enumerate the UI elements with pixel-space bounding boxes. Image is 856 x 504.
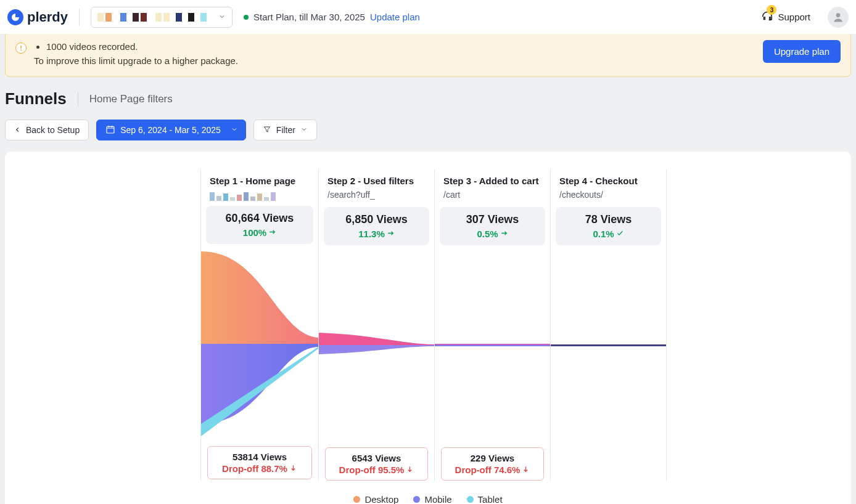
drop-off-box: 6543 Views Drop-off 95.5% xyxy=(325,447,428,481)
legend-dot-icon xyxy=(413,496,420,503)
step-views: 78 Views xyxy=(559,213,657,226)
arrow-down-icon xyxy=(289,463,297,474)
step-sub: /checkouts/ xyxy=(559,190,657,202)
legend-dot-icon xyxy=(467,496,474,503)
banner-list-item: 1000 videos recorded. xyxy=(46,40,238,54)
arrow-down-icon xyxy=(522,465,530,475)
update-plan-link[interactable]: Update plan xyxy=(370,12,420,22)
funnel-step-3: Step 3 - Added to cart /cart 307 Views 0… xyxy=(434,169,551,481)
chevron-down-icon xyxy=(218,12,226,22)
svg-rect-3 xyxy=(435,345,550,346)
chevron-down-icon xyxy=(231,125,238,135)
step-metric-box: 6,850 Views 11.3% xyxy=(324,207,429,245)
drop-off-box: 53814 Views Drop-off 88.7% xyxy=(207,446,312,479)
banner-line-2: To improve this limit upgrade to a highe… xyxy=(34,54,238,68)
status-dot-icon xyxy=(244,15,249,20)
banner-content: 1000 videos recorded. To improve this li… xyxy=(34,40,238,68)
svg-rect-4 xyxy=(551,344,666,346)
step-percent: 11.3% xyxy=(327,229,426,239)
brand-logo[interactable]: plerdy xyxy=(7,9,68,25)
plan-area: Start Plan, till Mar 30, 2025 Update pla… xyxy=(244,12,420,22)
funnel-steps-row: Step 1 - Home page 60,664 Views 100% xyxy=(201,169,834,481)
svg-point-0 xyxy=(836,13,841,17)
toolbar: Back to Setup Sep 6, 2024 - Mar 5, 2025 … xyxy=(0,120,856,152)
drop-percent: Drop-off 95.5% xyxy=(328,465,425,475)
back-label: Back to Setup xyxy=(26,125,80,135)
arrow-right-icon xyxy=(387,229,395,239)
step-sub: /search?uff_ xyxy=(327,190,426,202)
support-label: Support xyxy=(778,12,810,22)
svg-rect-1 xyxy=(107,126,114,133)
date-range-button[interactable]: Sep 6, 2024 - Mar 5, 2025 xyxy=(96,120,246,140)
step-sub-blur xyxy=(210,190,310,201)
drop-views: 6543 Views xyxy=(328,453,425,463)
step-views: 60,664 Views xyxy=(210,212,310,225)
page-subtitle: Home Page filters xyxy=(89,93,173,105)
arrow-right-icon xyxy=(268,227,276,238)
page-title: Funnels xyxy=(5,89,67,108)
step-percent: 100% xyxy=(210,227,310,238)
step-title: Step 2 - Used filters xyxy=(327,175,426,187)
svg-rect-2 xyxy=(435,344,550,345)
upgrade-banner: ! 1000 videos recorded. To improve this … xyxy=(5,34,851,77)
step-metric-box: 78 Views 0.1% xyxy=(556,207,661,245)
drop-off-empty xyxy=(557,447,660,479)
funnel-card: Step 1 - Home page 60,664 Views 100% xyxy=(5,152,851,504)
warning-icon: ! xyxy=(15,43,27,54)
back-to-setup-button[interactable]: Back to Setup xyxy=(5,120,89,140)
funnel-step-4: Step 4 - Checkout /checkouts/ 78 Views 0… xyxy=(550,169,667,481)
logo-icon xyxy=(7,9,23,25)
step-views: 307 Views xyxy=(443,213,541,226)
site-favicon-swatches xyxy=(97,13,207,22)
drop-views: 229 Views xyxy=(444,453,541,463)
drop-percent: Drop-off 74.6% xyxy=(444,465,541,475)
legend-mobile[interactable]: Mobile xyxy=(413,494,451,504)
flow-chart xyxy=(319,253,434,437)
filter-icon xyxy=(263,125,271,136)
user-avatar[interactable] xyxy=(828,7,849,28)
support-link[interactable]: 3 Support xyxy=(760,9,810,25)
step-title: Step 4 - Checkout xyxy=(559,175,657,187)
step-percent: 0.5% xyxy=(443,229,541,239)
chevron-down-icon xyxy=(300,125,308,135)
chevron-left-icon xyxy=(14,125,21,135)
step-metric-box: 307 Views 0.5% xyxy=(440,207,545,245)
plan-status-text: Start Plan, till Mar 30, 2025 xyxy=(253,12,365,22)
step-title: Step 3 - Added to cart xyxy=(443,175,541,187)
legend-dot-icon xyxy=(353,496,360,503)
step-metric-box: 60,664 Views 100% xyxy=(206,206,313,244)
headset-icon: 3 xyxy=(760,9,774,25)
site-selector[interactable] xyxy=(91,7,233,28)
flow-chart xyxy=(551,253,666,437)
funnel-step-2: Step 2 - Used filters /search?uff_ 6,850… xyxy=(318,169,435,481)
drop-views: 53814 Views xyxy=(210,452,309,462)
legend-desktop[interactable]: Desktop xyxy=(353,494,398,504)
topbar: plerdy Start Plan, till Mar 30, 2025 Upd… xyxy=(0,0,856,34)
flow-chart xyxy=(435,253,550,437)
brand-name: plerdy xyxy=(27,9,68,25)
arrow-right-icon xyxy=(500,229,508,239)
divider xyxy=(79,9,80,26)
upgrade-plan-button[interactable]: Upgrade plan xyxy=(763,40,841,63)
check-icon xyxy=(616,229,624,239)
step-views: 6,850 Views xyxy=(327,213,426,226)
step-title: Step 1 - Home page xyxy=(210,175,310,187)
step-sub: /cart xyxy=(443,190,541,202)
drop-percent: Drop-off 88.7% xyxy=(210,463,309,474)
calendar-icon xyxy=(105,124,115,136)
page-heading: Funnels Home Page filters xyxy=(0,77,856,120)
drop-off-box: 229 Views Drop-off 74.6% xyxy=(441,447,544,481)
support-badge: 3 xyxy=(767,5,776,15)
step-percent: 0.1% xyxy=(559,229,657,239)
chart-legend: Desktop Mobile Tablet xyxy=(22,481,834,504)
legend-tablet[interactable]: Tablet xyxy=(467,494,503,504)
arrow-down-icon xyxy=(406,465,414,475)
flow-chart xyxy=(201,251,318,436)
date-range-label: Sep 6, 2024 - Mar 5, 2025 xyxy=(120,125,221,135)
divider xyxy=(78,92,78,107)
filter-button[interactable]: Filter xyxy=(253,120,317,140)
funnel-step-1: Step 1 - Home page 60,664 Views 100% xyxy=(200,169,319,481)
filter-label: Filter xyxy=(276,125,295,135)
